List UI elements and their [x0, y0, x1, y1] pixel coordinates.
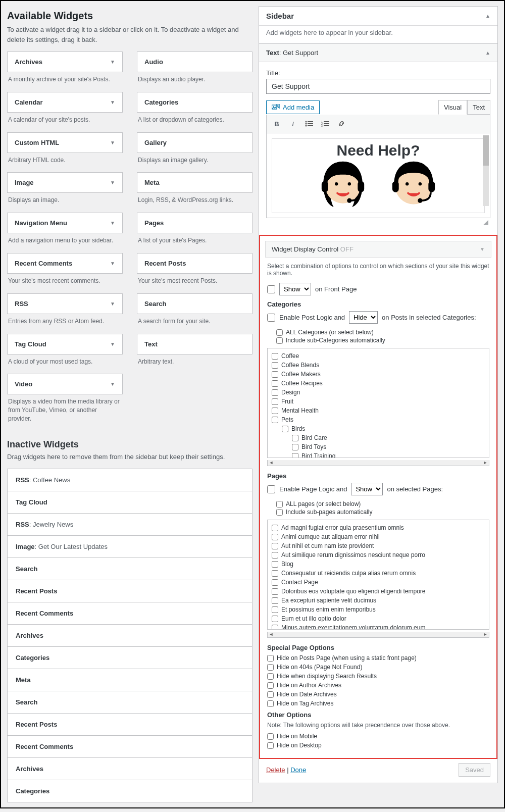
inactive-widget[interactable]: Tag Cloud — [7, 491, 252, 514]
page-checkbox[interactable] — [272, 579, 278, 586]
page-item[interactable]: Consequatur ut reiciendis culpa alias re… — [272, 569, 485, 578]
category-checkbox[interactable] — [272, 408, 278, 414]
all-pages-checkbox[interactable] — [276, 501, 283, 508]
category-item[interactable]: Coffee Blends — [272, 361, 485, 370]
page-checkbox[interactable] — [272, 588, 278, 595]
page-item[interactable]: Contact Page — [272, 578, 485, 587]
category-checkbox[interactable] — [292, 444, 298, 450]
category-item[interactable]: Design — [272, 388, 485, 397]
post-logic-checkbox[interactable] — [267, 314, 275, 322]
widget-recent-posts[interactable]: Recent Posts — [137, 253, 252, 274]
page-item[interactable]: Et possimus enim enim temporibus — [272, 605, 485, 614]
all-categories-checkbox[interactable] — [276, 329, 283, 336]
inactive-widget[interactable]: RSS: Coffee News — [7, 469, 252, 491]
widget-text[interactable]: Text — [137, 334, 252, 354]
page-checkbox[interactable] — [272, 597, 278, 604]
widget-custom-html[interactable]: Custom HTML▼ — [7, 132, 123, 153]
pages-list[interactable]: Ad magni fugiat error quia praesentium o… — [267, 520, 489, 630]
page-checkbox[interactable] — [272, 552, 278, 559]
categories-hscroll[interactable]: ◄► — [267, 460, 489, 466]
category-checkbox[interactable] — [272, 353, 278, 360]
editor-scrollbar[interactable] — [483, 135, 489, 206]
category-item[interactable]: Mental Health — [272, 406, 485, 415]
widget-rss[interactable]: RSS▼ — [7, 293, 123, 314]
text-widget-header[interactable]: Text: Get Support ▲ — [259, 44, 497, 62]
post-logic-select[interactable]: Hide — [349, 311, 378, 324]
inactive-widget[interactable]: Image: Get Our Latest Updates — [7, 536, 252, 558]
page-item[interactable]: Blog — [272, 560, 485, 569]
special-checkbox[interactable] — [267, 682, 274, 689]
widget-categories[interactable]: Categories — [137, 92, 252, 113]
page-item[interactable]: Eum et ut illo optio dolor — [272, 614, 485, 623]
page-logic-checkbox[interactable] — [267, 485, 275, 493]
widget-audio[interactable]: Audio — [137, 52, 252, 72]
category-checkbox[interactable] — [292, 453, 298, 459]
widget-calendar[interactable]: Calendar▼ — [7, 92, 123, 113]
category-item[interactable]: Bird Toys — [272, 442, 485, 451]
resize-handle[interactable]: ◢ — [266, 218, 490, 228]
page-item[interactable]: Animi cumque aut aliquam error nihil — [272, 532, 485, 541]
special-checkbox[interactable] — [267, 655, 274, 662]
front-page-select[interactable]: Show — [279, 283, 311, 295]
page-checkbox[interactable] — [272, 543, 278, 549]
category-item[interactable]: Pets — [272, 415, 485, 424]
page-checkbox[interactable] — [272, 561, 278, 568]
inactive-widget[interactable]: Recent Posts — [7, 714, 252, 736]
page-item[interactable]: Aut nihil et cum nam iste provident — [272, 541, 485, 550]
widget-image[interactable]: Image▼ — [7, 172, 123, 193]
category-checkbox[interactable] — [272, 362, 278, 369]
category-checkbox[interactable] — [282, 426, 288, 432]
done-link[interactable]: Done — [290, 766, 306, 774]
page-checkbox[interactable] — [272, 534, 278, 540]
inactive-widget[interactable]: Categories — [7, 780, 252, 802]
special-checkbox[interactable] — [267, 691, 274, 698]
category-checkbox[interactable] — [272, 371, 278, 378]
page-item[interactable]: Doloribus eos voluptate quo eligendi eli… — [272, 587, 485, 596]
wdc-header[interactable]: Widget Display Control OFF ▼ — [265, 241, 491, 258]
inactive-widget[interactable]: Recent Posts — [7, 580, 252, 602]
tab-text[interactable]: Text — [467, 100, 490, 115]
widget-search[interactable]: Search — [137, 293, 252, 314]
delete-link[interactable]: Delete — [266, 766, 285, 774]
category-item[interactable]: Fruit — [272, 397, 485, 406]
add-media-button[interactable]: Add media — [266, 100, 320, 114]
widget-archives[interactable]: Archives▼ — [7, 52, 123, 72]
link-button[interactable] — [336, 119, 346, 129]
other-checkbox[interactable] — [267, 733, 274, 740]
tab-visual[interactable]: Visual — [438, 100, 467, 115]
page-item[interactable]: Aut similique rerum dignissimos nesciunt… — [272, 550, 485, 560]
category-item[interactable]: Bird Care — [272, 433, 485, 442]
editor-area[interactable]: Need Help? — [266, 133, 490, 218]
widget-gallery[interactable]: Gallery — [137, 132, 252, 153]
page-item[interactable]: Ad magni fugiat error quia praesentium o… — [272, 523, 485, 532]
categories-list[interactable]: CoffeeCoffee BlendsCoffee MakersCoffee R… — [267, 348, 489, 458]
inactive-widget[interactable]: Search — [7, 558, 252, 580]
category-checkbox[interactable] — [292, 435, 298, 441]
page-checkbox[interactable] — [272, 606, 278, 613]
inactive-widget[interactable]: Search — [7, 691, 252, 714]
widget-meta[interactable]: Meta — [137, 172, 252, 193]
pages-hscroll[interactable]: ◄► — [267, 632, 489, 638]
page-checkbox[interactable] — [272, 616, 278, 622]
special-checkbox[interactable] — [267, 700, 274, 707]
bullet-list-button[interactable] — [304, 119, 314, 129]
bold-button[interactable]: B — [272, 119, 282, 129]
widget-video[interactable]: Video▼ — [7, 374, 123, 394]
page-checkbox[interactable] — [272, 570, 278, 577]
inactive-widget[interactable]: Archives — [7, 758, 252, 780]
category-item[interactable]: Bird Training — [272, 451, 485, 458]
include-subcats-checkbox[interactable] — [276, 337, 283, 344]
page-item[interactable]: Ea excepturi sapiente velit ducimus — [272, 596, 485, 605]
inactive-widget[interactable]: RSS: Jewelry News — [7, 514, 252, 536]
widget-pages[interactable]: Pages — [137, 213, 252, 233]
number-list-button[interactable]: 123 — [320, 119, 330, 129]
category-item[interactable]: Coffee — [272, 351, 485, 361]
front-page-checkbox[interactable] — [267, 285, 275, 293]
other-checkbox[interactable] — [267, 742, 274, 749]
category-checkbox[interactable] — [272, 417, 278, 423]
page-checkbox[interactable] — [272, 525, 278, 531]
category-item[interactable]: Birds — [272, 424, 485, 433]
category-checkbox[interactable] — [272, 380, 278, 387]
sidebar-panel-header[interactable]: Sidebar ▲ — [259, 7, 497, 26]
inactive-widget[interactable]: Meta — [7, 669, 252, 691]
